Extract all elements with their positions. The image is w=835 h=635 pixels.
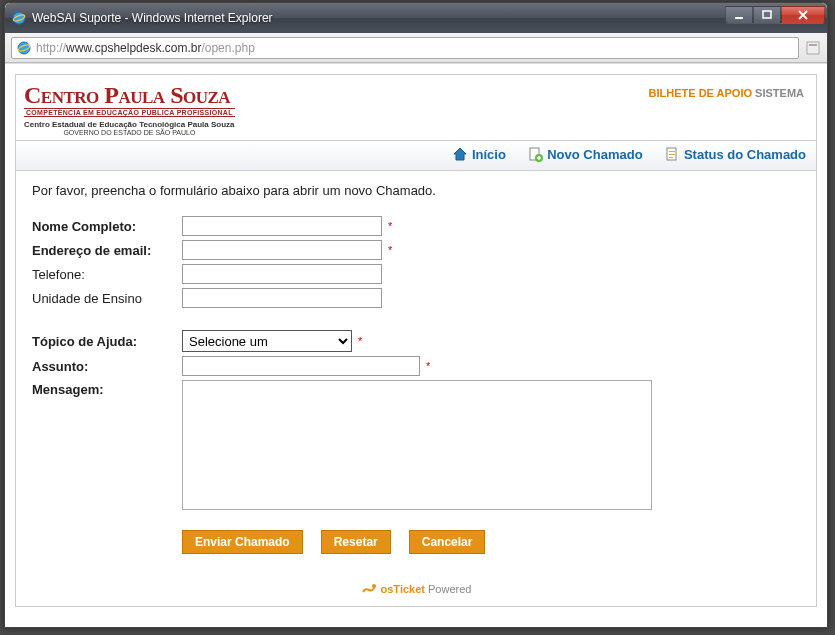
svg-rect-9 (809, 44, 817, 46)
ie-icon (16, 40, 32, 56)
svg-rect-15 (669, 157, 673, 158)
url-prefix: http:// (36, 41, 66, 55)
input-email[interactable] (182, 240, 382, 260)
maximize-button[interactable] (753, 6, 781, 24)
window-title: WebSAI Suporte - Windows Internet Explor… (32, 11, 725, 25)
address-bar[interactable]: http://www.cpshelpdesk.com.br/open.php (11, 37, 799, 59)
close-button[interactable] (781, 6, 825, 24)
header-badge-orange: BILHETE DE APOIO (649, 87, 753, 99)
cancel-button[interactable]: Cancelar (409, 530, 486, 554)
textarea-mensagem[interactable] (182, 380, 652, 510)
url-path: /open.php (201, 41, 254, 55)
minimize-button[interactable] (725, 6, 753, 24)
status-icon (664, 146, 680, 162)
svg-rect-14 (669, 154, 675, 155)
address-bar-row: http://www.cpshelpdesk.com.br/open.php (5, 33, 827, 63)
compat-icon[interactable] (805, 40, 821, 56)
logo-text-1: Centro (24, 82, 104, 108)
input-telefone[interactable] (182, 264, 382, 284)
label-unidade: Unidade de Ensino (32, 289, 182, 308)
window-controls (725, 12, 825, 24)
submit-button[interactable]: Enviar Chamado (182, 530, 303, 554)
nav-home[interactable]: Início (452, 146, 506, 162)
page-content: Centro Paula Souza COMPETÊNCIA EM EDUCAÇ… (15, 74, 817, 607)
form-intro: Por favor, preencha o formulário abaixo … (32, 183, 800, 198)
viewport: Centro Paula Souza COMPETÊNCIA EM EDUCAÇ… (5, 63, 827, 627)
svg-rect-2 (735, 17, 743, 19)
label-email: Endereço de email: (32, 241, 182, 260)
titlebar[interactable]: WebSAI Suporte - Windows Internet Explor… (5, 3, 827, 33)
label-telefone: Telefone: (32, 265, 182, 284)
new-ticket-icon (527, 146, 543, 162)
label-assunto: Assunto: (32, 357, 182, 376)
header-right: BILHETE DE APOIO SISTEMA (649, 83, 804, 99)
label-mensagem: Mensagem: (32, 380, 182, 399)
svg-rect-8 (807, 42, 819, 54)
ie-favicon (11, 10, 27, 26)
input-assunto[interactable] (182, 356, 420, 376)
page-header: Centro Paula Souza COMPETÊNCIA EM EDUCAÇ… (16, 75, 816, 141)
nav-status-label: Status do Chamado (684, 147, 806, 162)
svg-rect-13 (669, 151, 675, 152)
logo-text-2: Paula Souza (104, 82, 230, 108)
required-mark: * (426, 360, 430, 372)
footer-brand: osTicket (381, 583, 425, 595)
nav-home-label: Início (472, 147, 506, 162)
home-icon (452, 146, 468, 162)
label-nome: Nome Completo: (32, 217, 182, 236)
label-topico: Tópico de Ajuda: (32, 332, 182, 351)
required-mark: * (358, 335, 362, 347)
logo-sub2: Centro Estadual de Educação Tecnológica … (24, 120, 235, 129)
select-topico[interactable]: Selecione um (182, 330, 352, 352)
svg-point-16 (372, 584, 376, 588)
header-badge-gray: SISTEMA (752, 87, 804, 99)
navbar: Início Novo Chamado Status do Chamado (16, 141, 816, 171)
browser-window: WebSAI Suporte - Windows Internet Explor… (4, 2, 828, 628)
input-unidade[interactable] (182, 288, 382, 308)
footer: osTicket Powered (16, 570, 816, 606)
osticket-icon (361, 582, 377, 596)
footer-powered: Powered (425, 583, 471, 595)
nav-status[interactable]: Status do Chamado (664, 146, 806, 162)
form: Por favor, preencha o formulário abaixo … (16, 171, 816, 570)
button-row: Enviar Chamado Resetar Cancelar (32, 530, 800, 554)
svg-rect-3 (763, 11, 771, 18)
logo-sub1: COMPETÊNCIA EM EDUCAÇÃO PÚBLICA PROFISSI… (24, 108, 235, 117)
nav-new-label: Novo Chamado (547, 147, 642, 162)
logo-sub3: GOVERNO DO ESTADO DE SÃO PAULO (24, 129, 235, 136)
logo: Centro Paula Souza COMPETÊNCIA EM EDUCAÇ… (24, 83, 235, 136)
required-mark: * (388, 244, 392, 256)
input-nome[interactable] (182, 216, 382, 236)
reset-button[interactable]: Resetar (321, 530, 391, 554)
url-host: www.cpshelpdesk.com.br (66, 41, 201, 55)
nav-new-ticket[interactable]: Novo Chamado (527, 146, 642, 162)
required-mark: * (388, 220, 392, 232)
